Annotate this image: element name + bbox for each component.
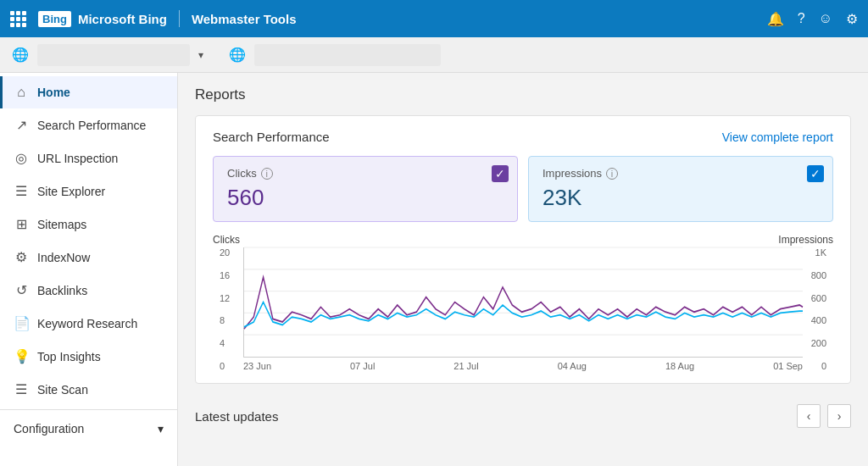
sitemaps-icon: ⊞ xyxy=(14,216,29,232)
app-subtitle: Webmaster Tools xyxy=(192,12,297,26)
x-label-6: 01 Sep xyxy=(773,361,803,371)
globe-icon-right: 🌐 xyxy=(229,47,246,63)
impressions-info-icon[interactable]: i xyxy=(606,168,618,180)
x-label-2: 07 Jul xyxy=(350,361,375,371)
clicks-label-text: Clicks xyxy=(227,167,257,180)
clicks-value: 560 xyxy=(227,185,504,211)
chart-x-labels: 23 Jun 07 Jul 21 Jul 04 Aug 18 Aug 01 Se… xyxy=(243,358,803,371)
chart-left-axis-label: Clicks xyxy=(213,234,240,246)
home-icon: ⌂ xyxy=(14,85,29,100)
url-bar-right: 🌐 xyxy=(229,44,441,66)
sidebar-item-backlinks-label: Backlinks xyxy=(37,284,87,297)
sidebar-item-keyword-research[interactable]: 📄 Keyword Research xyxy=(0,307,177,340)
chart-axis-labels: Clicks Impressions xyxy=(213,234,833,246)
indexnow-icon: ⚙ xyxy=(14,249,29,265)
impressions-value: 23K xyxy=(542,185,819,211)
x-label-1: 23 Jun xyxy=(243,361,271,371)
chart-right-axis-label: Impressions xyxy=(778,234,833,246)
prev-arrow-button[interactable]: ‹ xyxy=(797,404,821,428)
search-performance-card-title: Search Performance xyxy=(213,130,330,144)
sidebar-item-site-scan-label: Site Scan xyxy=(37,383,88,397)
impressions-checkbox[interactable]: ✓ xyxy=(807,165,824,182)
url-search-input[interactable] xyxy=(254,44,441,66)
sidebar-item-top-insights-label: Top Insights xyxy=(37,350,101,363)
sidebar-item-sitemaps-label: Sitemaps xyxy=(37,218,86,231)
top-nav: Bing Microsoft Bing Webmaster Tools 🔔 ? … xyxy=(0,0,868,37)
search-performance-card: Search Performance View complete report … xyxy=(195,115,851,384)
clicks-label: Clicks i xyxy=(227,167,504,180)
globe-icon-left: 🌐 xyxy=(12,47,29,63)
latest-updates-title: Latest updates xyxy=(195,409,278,424)
waffle-icon[interactable] xyxy=(10,11,26,27)
backlinks-icon: ↺ xyxy=(14,282,29,298)
content-area: Reports Search Performance View complete… xyxy=(178,73,868,466)
sidebar-item-home[interactable]: ⌂ Home xyxy=(0,76,177,108)
sidebar-item-sitemaps[interactable]: ⊞ Sitemaps xyxy=(0,208,177,241)
sidebar-item-keyword-research-label: Keyword Research xyxy=(37,317,137,330)
sidebar-divider xyxy=(0,409,177,410)
sidebar-item-url-inspection-label: URL Inspection xyxy=(37,152,118,165)
nav-separator xyxy=(179,10,180,27)
top-insights-icon: 💡 xyxy=(14,348,29,364)
sidebar-section-configuration[interactable]: Configuration ▾ xyxy=(0,413,177,444)
chart-y-labels-left: 20 16 12 8 4 0 xyxy=(220,247,230,371)
site-explorer-icon: ☰ xyxy=(14,183,29,199)
page-title: Reports xyxy=(195,86,851,103)
keyword-research-icon: 📄 xyxy=(14,315,29,331)
x-label-4: 04 Aug xyxy=(558,361,587,371)
app-name: Microsoft Bing xyxy=(78,12,167,26)
main-layout: ⌂ Home ↗ Search Performance ◎ URL Inspec… xyxy=(0,73,868,466)
sidebar-item-site-explorer-label: Site Explorer xyxy=(37,185,105,198)
clicks-info-icon[interactable]: i xyxy=(261,168,273,180)
metric-row: Clicks i 560 ✓ Impressions i 23K ✓ xyxy=(213,156,833,222)
help-icon[interactable]: ? xyxy=(798,11,805,26)
search-performance-icon: ↗ xyxy=(14,117,29,133)
impressions-label-text: Impressions xyxy=(542,167,602,180)
view-complete-report-link[interactable]: View complete report xyxy=(722,130,833,144)
chevron-down-icon: ▾ xyxy=(158,422,164,435)
sidebar-item-backlinks[interactable]: ↺ Backlinks xyxy=(0,274,177,307)
nav-arrows: ‹ › xyxy=(797,404,851,428)
chart-svg xyxy=(244,247,803,357)
chart-y-labels-right: 1K 800 600 400 200 0 xyxy=(811,247,826,371)
sidebar-item-url-inspection[interactable]: ◎ URL Inspection xyxy=(0,141,177,175)
sidebar-item-site-scan[interactable]: ☰ Site Scan xyxy=(0,373,177,406)
site-dropdown-arrow[interactable]: ▾ xyxy=(198,49,203,61)
sidebar-item-indexnow[interactable]: ⚙ IndexNow xyxy=(0,241,177,274)
impressions-label: Impressions i xyxy=(542,167,819,180)
x-label-3: 21 Jul xyxy=(453,361,478,371)
sidebar-item-home-label: Home xyxy=(37,86,70,99)
next-arrow-button[interactable]: › xyxy=(827,404,851,428)
sidebar-item-site-explorer[interactable]: ☰ Site Explorer xyxy=(0,175,177,208)
url-inspection-icon: ◎ xyxy=(14,150,29,166)
smiley-icon[interactable]: ☺ xyxy=(819,11,832,26)
site-selector-input[interactable] xyxy=(37,44,190,66)
x-label-5: 18 Aug xyxy=(665,361,694,371)
sidebar: ⌂ Home ↗ Search Performance ◎ URL Inspec… xyxy=(0,73,178,466)
sidebar-section-configuration-label: Configuration xyxy=(14,422,84,435)
clicks-metric-box: Clicks i 560 ✓ xyxy=(213,156,518,222)
settings-icon[interactable]: ⚙ xyxy=(846,11,858,27)
sidebar-item-top-insights[interactable]: 💡 Top Insights xyxy=(0,340,177,373)
site-scan-icon: ☰ xyxy=(14,381,29,397)
brand: Bing Microsoft Bing Webmaster Tools xyxy=(38,10,297,27)
sidebar-item-indexnow-label: IndexNow xyxy=(37,251,90,264)
chart-area xyxy=(243,247,803,358)
chart-container: Clicks Impressions 20 16 12 8 4 0 1K 800 xyxy=(213,234,833,369)
url-bar: 🌐 ▾ 🌐 xyxy=(0,37,868,73)
sidebar-item-search-performance-label: Search Performance xyxy=(37,119,146,132)
latest-updates-section: Latest updates ‹ › xyxy=(195,396,851,428)
impressions-metric-box: Impressions i 23K ✓ xyxy=(528,156,833,222)
bell-icon[interactable]: 🔔 xyxy=(767,11,784,27)
bing-logo: Bing xyxy=(38,11,71,27)
card-header: Search Performance View complete report xyxy=(213,130,833,144)
top-nav-icons: 🔔 ? ☺ ⚙ xyxy=(767,11,858,27)
clicks-checkbox[interactable]: ✓ xyxy=(492,165,509,182)
sidebar-item-search-performance[interactable]: ↗ Search Performance xyxy=(0,108,177,141)
